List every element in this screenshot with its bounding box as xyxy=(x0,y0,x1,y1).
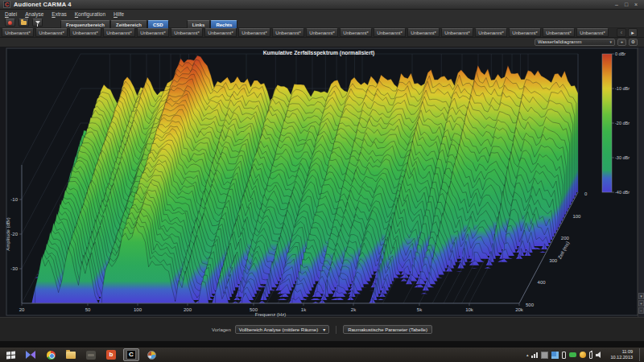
minimize-button[interactable]: – xyxy=(612,2,621,7)
y-tick-label: -10 xyxy=(10,197,18,202)
taskbar-clock[interactable]: 11:09 10.12.2013 xyxy=(610,349,633,360)
taskbar-app-bowtie[interactable] xyxy=(23,348,39,361)
tab-11[interactable]: Unbenannt* xyxy=(340,28,372,37)
x-tick-label: 20k xyxy=(515,307,524,312)
tab-8[interactable]: Unbenannt* xyxy=(238,28,270,37)
tab-14[interactable]: Unbenannt* xyxy=(441,28,473,37)
system-tray: ▴ xyxy=(526,352,605,359)
volume-icon[interactable] xyxy=(596,352,604,359)
taskbar-app-carma-active[interactable]: C xyxy=(123,348,139,361)
x-tick-label: 100 xyxy=(134,307,142,312)
funnel-icon xyxy=(35,21,40,24)
x-tick-label: 2k xyxy=(351,307,357,312)
y-tick-label: -20 xyxy=(10,232,18,237)
tab-4[interactable]: Unbenannt* xyxy=(103,28,135,37)
tab-5[interactable]: Unbenannt* xyxy=(137,28,169,37)
tab-12[interactable]: Unbenannt* xyxy=(374,28,406,37)
tray-grid-icon[interactable] xyxy=(541,352,548,359)
bowtie-icon xyxy=(26,351,35,359)
tab-15[interactable]: Unbenannt* xyxy=(475,28,507,37)
tab-13[interactable]: Unbenannt* xyxy=(407,28,440,37)
menu-datei[interactable]: Datei xyxy=(5,11,17,17)
tray-blue-app-icon[interactable] xyxy=(551,352,559,359)
filter-button[interactable] xyxy=(32,19,43,27)
tab-2[interactable]: Unbenannt* xyxy=(35,28,68,37)
tab-bar: Unbenannt*Unbenannt*Unbenannt*Unbenannt*… xyxy=(0,28,644,38)
tray-battery-icon[interactable] xyxy=(589,352,592,359)
x-tick-label: 5k xyxy=(417,307,423,312)
colorbar xyxy=(602,54,612,192)
tab-scroll-right-button[interactable]: ▸ xyxy=(628,28,638,37)
globe-icon xyxy=(147,351,156,360)
tab-7[interactable]: Unbenannt* xyxy=(204,28,237,37)
room-parameters-button[interactable]: Raumakustische Parameter (Tabelle) xyxy=(343,325,432,334)
b-app-icon: b xyxy=(106,350,116,360)
folder-icon xyxy=(21,21,27,25)
record-icon xyxy=(8,21,12,25)
diagram-type-select[interactable]: Wasserfalldiagramm ▾ xyxy=(535,39,615,46)
tab-10[interactable]: Unbenannt* xyxy=(306,28,338,37)
chart-area: Kumulative Zerfallsspektrum (normalisier… xyxy=(0,47,644,317)
taskbar-app-media[interactable] xyxy=(143,348,159,361)
tab-9[interactable]: Unbenannt* xyxy=(272,28,304,37)
x-tick-label: 50 xyxy=(85,307,91,312)
tab-scroll-left-button[interactable]: ‹ xyxy=(617,28,626,37)
tray-orange-app-icon[interactable] xyxy=(580,352,586,358)
template-select[interactable]: Vollbereich Analyse (mittlere Räume) ▾ xyxy=(235,325,329,334)
record-button[interactable] xyxy=(5,19,15,27)
z-tick-label: 300 xyxy=(549,258,558,263)
colorbar-label: -20 dBr xyxy=(615,121,630,125)
view-controls-bar: Wasserfalldiagramm ▾ + ⚙ xyxy=(0,38,644,47)
tray-expand-icon[interactable]: ▴ xyxy=(526,352,529,357)
pan-button[interactable]: + xyxy=(617,39,626,46)
z-tick-label: 200 xyxy=(561,236,570,241)
side-strip: ▾+− xyxy=(638,47,644,317)
colorbar-label: -40 dBr xyxy=(615,190,630,195)
tab-17[interactable]: Unbenannt* xyxy=(543,28,575,37)
strip-button-3[interactable]: − xyxy=(638,307,644,314)
x-tick-label: 200 xyxy=(184,307,192,312)
footer-bar: Vorlagen Vollbereich Analyse (mittlere R… xyxy=(0,317,644,341)
template-select-value: Vollbereich Analyse (mittlere Räume) xyxy=(239,327,318,332)
taskbar-app-files[interactable] xyxy=(63,348,79,361)
folder-icon xyxy=(66,352,76,359)
window-title: Audionet CARMA 4 xyxy=(14,1,612,8)
taskbar-app-chrome[interactable] xyxy=(43,348,59,361)
colorbar-label: -30 dBr xyxy=(615,155,630,160)
open-folder-button[interactable] xyxy=(19,19,29,27)
x-tick-label: 10k xyxy=(465,307,474,312)
vorlagen-label: Vorlagen xyxy=(212,327,231,332)
strip-button-2[interactable]: + xyxy=(638,300,644,306)
strip-button-1[interactable]: ▾ xyxy=(638,293,644,299)
x-tick-label: 20 xyxy=(19,307,25,312)
tab-6[interactable]: Unbenannt* xyxy=(171,28,203,37)
chevron-down-icon: ▾ xyxy=(609,39,612,45)
tray-phone-icon[interactable] xyxy=(562,352,566,359)
title-bar: C Audionet CARMA 4 – □ × xyxy=(0,0,644,10)
desktop: C Audionet CARMA 4 – □ × DateiAnalyseExt… xyxy=(0,0,644,362)
desktop-strip xyxy=(0,341,644,348)
taskbar-app-b[interactable]: b xyxy=(103,348,119,361)
tab-3[interactable]: Unbenannt* xyxy=(69,28,101,37)
settings-gear-button[interactable]: ⚙ xyxy=(629,39,638,46)
tray-usb-icon[interactable] xyxy=(569,352,576,357)
taskbar-app-game[interactable] xyxy=(83,348,99,361)
menu-analyse[interactable]: Analyse xyxy=(25,11,43,17)
maximize-button[interactable]: □ xyxy=(621,2,631,7)
network-signal-icon[interactable] xyxy=(531,352,538,358)
app-icon: C xyxy=(3,1,10,8)
show-desktop-button[interactable] xyxy=(639,348,642,361)
y-axis-title: Amplitude (dBr) xyxy=(6,217,10,251)
tab-18[interactable]: Unbenannt* xyxy=(576,28,609,37)
tab-1[interactable]: Unbenannt* xyxy=(2,28,34,37)
waterfall-plot[interactable]: 20501002005001k2k5k10k20k-10-20-30010020… xyxy=(0,47,644,317)
close-button[interactable]: × xyxy=(631,2,641,7)
tab-16[interactable]: Unbenannt* xyxy=(509,28,541,37)
y-tick-label: -30 xyxy=(10,266,18,271)
chart-title: Kumulative Zerfallsspektrum (normalisier… xyxy=(0,50,638,56)
toolbar: FrequenzbereichZeitbereichCSD LinksRecht… xyxy=(0,18,644,28)
diagram-type-value: Wasserfalldiagramm xyxy=(538,39,581,45)
x-tick-label: 1k xyxy=(301,307,307,312)
tank-game-icon xyxy=(86,351,96,360)
start-button[interactable] xyxy=(2,348,19,361)
